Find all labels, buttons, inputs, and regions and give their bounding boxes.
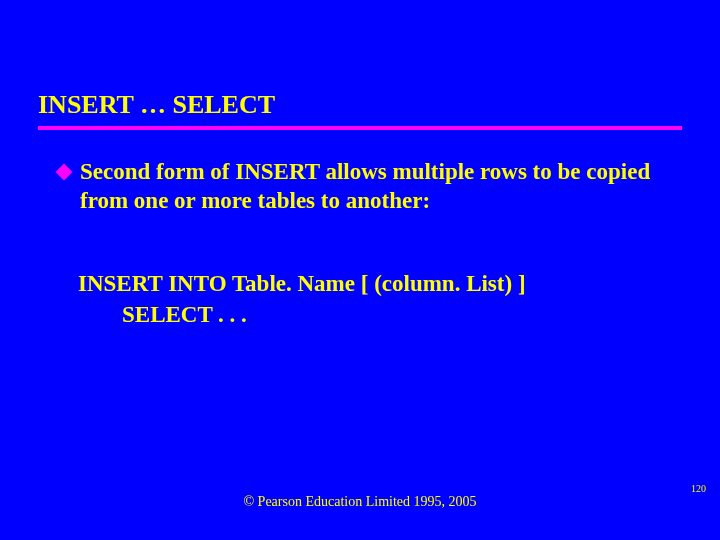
footer-copyright: © Pearson Education Limited 1995, 2005: [0, 494, 720, 510]
slide: INSERT … SELECT Second form of INSERT al…: [0, 0, 720, 540]
slide-title: INSERT … SELECT: [38, 90, 682, 130]
content-area: Second form of INSERT allows multiple ro…: [38, 158, 682, 330]
code-block: INSERT INTO Table. Name [ (column. List)…: [58, 268, 682, 330]
code-line-1: INSERT INTO Table. Name [ (column. List)…: [78, 268, 682, 299]
bullet-text: Second form of INSERT allows multiple ro…: [80, 158, 682, 216]
diamond-bullet-icon: [56, 164, 73, 181]
page-number: 120: [691, 483, 706, 494]
bullet-item: Second form of INSERT allows multiple ro…: [58, 158, 682, 216]
code-line-2: SELECT . . .: [78, 299, 682, 330]
